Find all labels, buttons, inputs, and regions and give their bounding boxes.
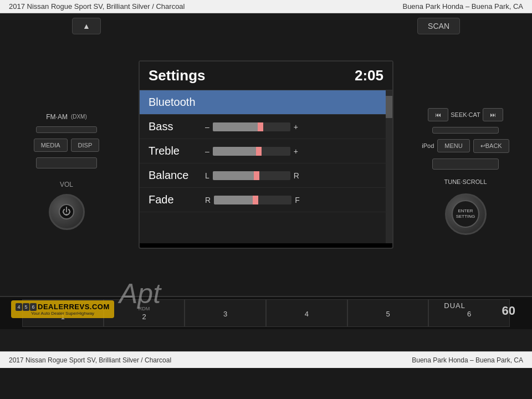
menu-item-treble[interactable]: Treble – + (140, 139, 392, 163)
screen-header: Settings 2:05 (140, 62, 392, 90)
bass-minus: – (205, 122, 209, 131)
bass-label: Bass (149, 120, 198, 133)
ipod-label: iPod (422, 142, 434, 149)
left-panel: FM·AM (DXM) MEDIA DISP VOL ⏻ (11, 74, 122, 236)
fade-label: Fade (149, 193, 198, 206)
watermark: 4 5 6 DealerRevs.com Your Auto Dealer Su… (11, 300, 114, 318)
scrollbar-thumb (386, 96, 392, 118)
eject-button[interactable]: ▲ (72, 18, 101, 34)
center-screen: Settings 2:05 Bluetooth Bass – (122, 60, 410, 249)
ipod-row: iPod MENU ↩BACK (422, 139, 509, 153)
bottom-bar-title-colors: 2017 Nissan Rogue Sport SV, Brilliant Si… (9, 356, 171, 364)
menu-item-bluetooth[interactable]: Bluetooth (140, 90, 392, 115)
treble-slider-track[interactable] (213, 147, 290, 156)
fade-f: F (295, 196, 300, 204)
seek-cat-btn[interactable] (432, 127, 499, 134)
treble-slider-container: – + (205, 147, 383, 156)
preset-5-number: 5 (386, 310, 390, 318)
balance-label: Balance (149, 169, 198, 182)
fm-am-row: FM·AM (DXM) (46, 113, 87, 121)
fade-slider-track[interactable] (214, 196, 291, 204)
balance-slider-track[interactable] (213, 171, 290, 180)
balance-slider-fill (213, 171, 255, 180)
infotainment-screen: Settings 2:05 Bluetooth Bass – (139, 60, 393, 249)
bass-slider-container: – + (205, 122, 383, 131)
bottom-vehicle-title: 2017 Nissan Rogue Sport SV, (9, 356, 97, 364)
media-disp-row: MEDIA DISP (34, 139, 100, 152)
vol-knob[interactable]: ⏻ (49, 194, 85, 230)
treble-label: Treble (149, 145, 198, 157)
tune-scroll-knob[interactable]: ENTER SETTING (445, 193, 487, 235)
preset-3-number: 3 (223, 310, 227, 318)
bass-slider-thumb (258, 122, 263, 131)
tune-scroll-label: TUNE·SCROLL (444, 178, 487, 185)
watermark-top: 4 5 6 DealerRevs.com (16, 303, 110, 311)
screen-scrollbar[interactable] (386, 90, 392, 243)
bass-slider-track[interactable] (213, 122, 290, 131)
watermark-box: 4 5 6 DealerRevs.com Your Auto Dealer Su… (11, 300, 114, 318)
bottom-info-bar: 2017 Nissan Rogue Sport SV, Brilliant Si… (0, 351, 532, 368)
main-content: ▲ SCAN FM·AM (DXM) MEDIA DISP VOL ⏻ (0, 13, 532, 351)
wm-num-4: 4 (16, 303, 22, 311)
scan-button[interactable]: SCAN (417, 18, 460, 34)
watermark-sub-text: Your Auto Dealer SuperHighway (16, 311, 110, 316)
vehicle-colors: Brilliant Silver / Charcoal (106, 2, 185, 11)
media-button[interactable]: MEDIA (34, 139, 68, 152)
screen-time: 2:05 (355, 67, 383, 84)
bottom-dealer-info: Buena Park Honda – Buena Park, CA (412, 356, 523, 364)
fade-slider-fill (214, 196, 254, 204)
preset-5-button[interactable]: 5 (347, 299, 429, 327)
fm-am-label: FM·AM (46, 113, 68, 121)
ipod-bottom-btn[interactable] (432, 158, 499, 170)
screen-body: Bluetooth Bass – + (140, 90, 392, 243)
eject-icon: ▲ (83, 22, 90, 30)
watermark-main-text: DealerRevs.com (38, 303, 110, 311)
menu-item-fade[interactable]: Fade R F (140, 188, 392, 212)
balance-slider-container: L R (205, 171, 383, 180)
balance-slider-thumb (254, 171, 259, 180)
menu-item-balance[interactable]: Balance L R (140, 163, 392, 188)
top-info-bar: 2017 Nissan Rogue Sport SV, Brilliant Si… (0, 0, 532, 13)
vehicle-title: 2017 Nissan Rogue Sport SV, (9, 2, 104, 11)
treble-minus: – (205, 147, 209, 156)
disp-button[interactable]: DISP (71, 139, 100, 152)
enter-setting-label[interactable]: ENTER SETTING (452, 200, 479, 228)
preset-3-button[interactable]: 3 (185, 299, 266, 327)
preset-6-button[interactable]: 6 (428, 299, 510, 327)
fm-am-button[interactable] (36, 126, 97, 133)
vol-label: VOL (60, 181, 73, 188)
fade-slider-thumb (253, 196, 258, 204)
screen-title: Settings (149, 67, 206, 84)
treble-slider-thumb (256, 147, 262, 156)
preset-4-number: 4 (305, 310, 309, 318)
apt-text: Apt (119, 278, 161, 310)
preset-4-button[interactable]: 4 (266, 299, 347, 327)
preset-2-number: 2 (142, 313, 146, 321)
watermark-numbers: 4 5 6 (16, 303, 37, 311)
wm-num-6: 6 (30, 303, 37, 311)
bass-slider-fill (213, 122, 259, 131)
fade-r: R (205, 196, 211, 204)
menu-button[interactable]: MENU (437, 139, 469, 152)
bluetooth-label: Bluetooth (149, 96, 198, 109)
dxm-label: (DXM) (71, 114, 87, 120)
bass-plus: + (294, 122, 298, 131)
dual-label: DUAL (444, 301, 466, 310)
speed-display: 60 (502, 304, 515, 318)
seek-prev-button[interactable]: ⏮ (428, 108, 448, 121)
power-icon[interactable]: ⏻ (59, 204, 74, 219)
media-disp-bottom[interactable] (36, 157, 97, 168)
treble-plus: + (294, 147, 298, 156)
right-panel: ⏮ SEEK·CAT ⏭ iPod MENU ↩BACK TUNE·SCROLL… (410, 69, 521, 241)
seek-next-button[interactable]: ⏭ (483, 108, 503, 121)
menu-item-bass[interactable]: Bass – + (140, 115, 392, 139)
seek-row: ⏮ SEEK·CAT ⏭ (428, 108, 503, 121)
back-button[interactable]: ↩BACK (473, 139, 509, 153)
top-bar-title-colors: 2017 Nissan Rogue Sport SV, Brilliant Si… (9, 2, 185, 11)
balance-l: L (205, 171, 209, 180)
dealer-info: Buena Park Honda – Buena Park, CA (402, 2, 523, 11)
treble-slider-fill (213, 147, 258, 156)
seek-cat-label: SEEK·CAT (451, 111, 480, 118)
fade-slider-container: R F (205, 196, 383, 204)
balance-r: R (294, 171, 299, 180)
